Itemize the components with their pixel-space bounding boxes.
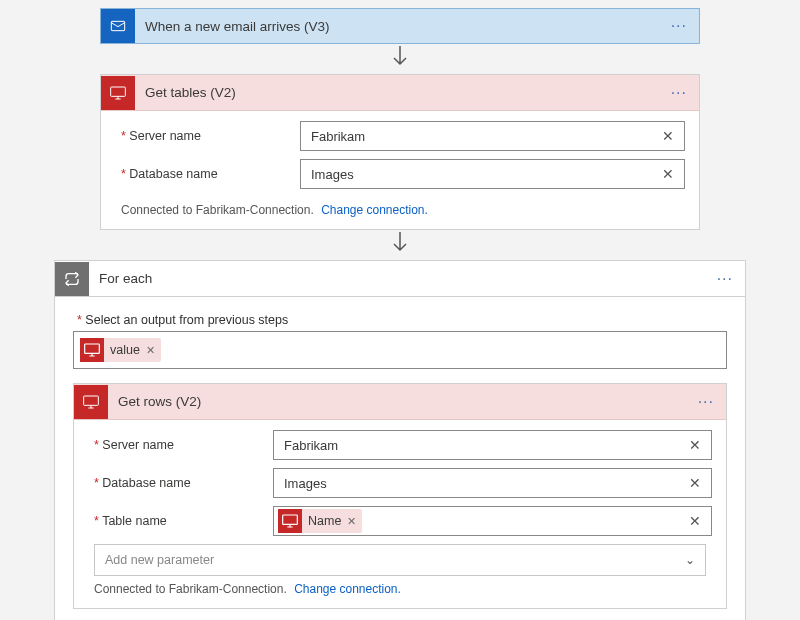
foreach-header[interactable]: For each ···: [55, 261, 745, 297]
server-name-input[interactable]: Fabrikam ✕: [300, 121, 685, 151]
select-output-input[interactable]: value ✕: [73, 331, 727, 369]
sql-icon: [80, 338, 104, 362]
select-output-label: * Select an output from previous steps: [73, 309, 727, 331]
server-name-label: Server name: [88, 438, 273, 452]
sql-icon: [101, 76, 135, 110]
clear-icon[interactable]: ✕: [685, 437, 705, 453]
name-token[interactable]: Name ✕: [278, 509, 362, 533]
flow-arrow: [100, 44, 700, 74]
foreach-title: For each: [89, 271, 705, 286]
trigger-header[interactable]: When a new email arrives (V3) ···: [100, 8, 700, 44]
database-name-input[interactable]: Images ✕: [273, 468, 712, 498]
get-rows-header[interactable]: Get rows (V2) ···: [74, 384, 726, 420]
loop-icon: [55, 262, 89, 296]
svg-rect-1: [111, 87, 126, 96]
svg-rect-4: [283, 515, 298, 524]
database-name-label: Database name: [115, 167, 300, 181]
sql-icon: [74, 385, 108, 419]
server-name-value: Fabrikam: [311, 129, 658, 144]
outlook-icon: [101, 9, 135, 43]
value-token-label: value: [110, 343, 140, 357]
server-name-input[interactable]: Fabrikam ✕: [273, 430, 712, 460]
get-tables-title: Get tables (V2): [135, 85, 659, 100]
foreach-menu-button[interactable]: ···: [705, 274, 745, 284]
remove-token-icon[interactable]: ✕: [341, 515, 356, 528]
chevron-down-icon: ⌄: [685, 553, 695, 567]
clear-icon[interactable]: ✕: [658, 166, 678, 182]
table-name-label: Table name: [88, 514, 273, 528]
get-tables-menu-button[interactable]: ···: [659, 88, 699, 98]
remove-token-icon[interactable]: ✕: [140, 344, 155, 357]
add-parameter-dropdown[interactable]: Add new parameter ⌄: [94, 544, 706, 576]
clear-icon[interactable]: ✕: [658, 128, 678, 144]
clear-icon[interactable]: ✕: [685, 475, 705, 491]
table-name-input[interactable]: Name ✕ ✕: [273, 506, 712, 536]
database-name-label: Database name: [88, 476, 273, 490]
database-name-value: Images: [311, 167, 658, 182]
connection-info: Connected to Fabrikam-Connection. Change…: [88, 576, 712, 598]
svg-rect-2: [85, 344, 100, 353]
sql-icon: [278, 509, 302, 533]
change-connection-link[interactable]: Change connection.: [290, 582, 401, 596]
trigger-menu-button[interactable]: ···: [659, 21, 699, 31]
get-rows-title: Get rows (V2): [108, 394, 686, 409]
connection-info: Connected to Fabrikam-Connection. Change…: [115, 197, 685, 219]
clear-icon[interactable]: ✕: [685, 513, 705, 529]
trigger-title: When a new email arrives (V3): [135, 19, 659, 34]
server-name-label: Server name: [115, 129, 300, 143]
change-connection-link[interactable]: Change connection.: [317, 203, 428, 217]
value-token[interactable]: value ✕: [80, 338, 161, 362]
add-action-button[interactable]: Add an action: [73, 609, 727, 620]
get-rows-menu-button[interactable]: ···: [686, 397, 726, 407]
svg-rect-3: [84, 396, 99, 405]
flow-arrow: [100, 230, 700, 260]
database-name-input[interactable]: Images ✕: [300, 159, 685, 189]
svg-rect-0: [111, 21, 124, 30]
get-tables-header[interactable]: Get tables (V2) ···: [101, 75, 699, 111]
